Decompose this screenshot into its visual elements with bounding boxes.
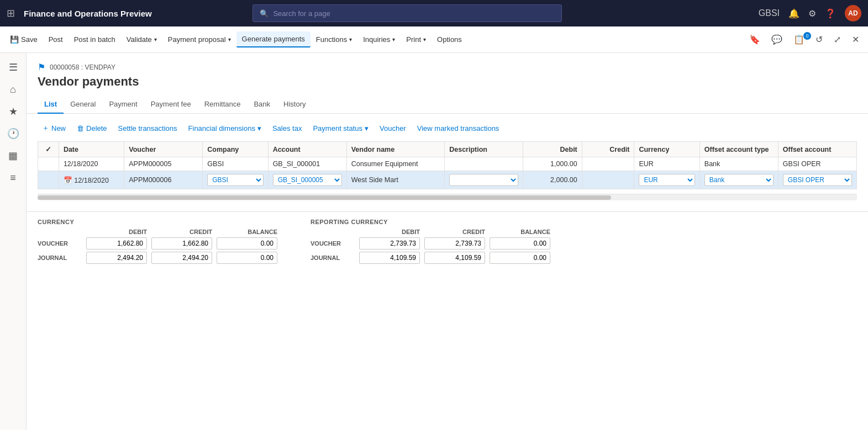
bell-icon[interactable]: 🔔 [788, 8, 799, 19]
sidebar-hamburger[interactable]: ☰ [3, 57, 23, 77]
sidebar-recent[interactable]: 🕐 [3, 124, 23, 144]
calendar-icon[interactable]: 📅 [64, 177, 72, 184]
inquiries-button[interactable]: Inquiries ▾ [357, 32, 401, 47]
search-bar[interactable]: 🔍 [252, 4, 562, 22]
row2-date: 📅 12/18/2020 [59, 171, 124, 189]
grid-icon[interactable]: ⊞ [7, 7, 15, 19]
row1-company: GBSI [203, 157, 268, 171]
currency-journal-credit[interactable] [151, 252, 212, 264]
new-button[interactable]: ＋ New [38, 120, 70, 136]
th-date[interactable]: Date [59, 142, 124, 157]
save-button[interactable]: 💾 Save [4, 32, 43, 47]
reporting-journal-credit[interactable] [424, 252, 485, 264]
reporting-voucher-debit[interactable] [359, 237, 420, 249]
financial-dimensions-button[interactable]: Financial dimensions ▾ [184, 121, 266, 135]
view-marked-button[interactable]: View marked transactions [413, 121, 504, 135]
th-offset-account[interactable]: Offset account [778, 142, 856, 157]
tab-payment[interactable]: Payment [102, 95, 144, 114]
search-input[interactable] [273, 9, 555, 18]
reporting-journal-label: JOURNAL [311, 254, 355, 261]
th-company[interactable]: Company [203, 142, 268, 157]
row2-offset-account[interactable]: GBSI OPER [778, 171, 856, 189]
tab-remittance[interactable]: Remittance [198, 95, 248, 114]
functions-button[interactable]: Functions ▾ [311, 32, 357, 47]
row2-oa-select[interactable]: GBSI OPER [783, 174, 852, 186]
th-credit[interactable]: Credit [582, 142, 634, 157]
payment-proposal-button[interactable]: Payment proposal ▾ [162, 32, 236, 47]
user-avatar[interactable]: AD [845, 5, 861, 22]
financial-dimensions-chevron: ▾ [257, 124, 261, 132]
row2-currency-select[interactable]: EUR [639, 174, 695, 186]
row2-vendor-name: West Side Mart [346, 171, 445, 189]
row2-check[interactable] [38, 171, 59, 189]
sidebar-favorites[interactable]: ★ [3, 102, 23, 121]
post-in-batch-button[interactable]: Post in batch [69, 32, 121, 47]
tab-bank[interactable]: Bank [247, 95, 277, 114]
bookmark-icon[interactable]: 🔖 [745, 31, 765, 48]
row2-company[interactable]: GBSI [203, 171, 268, 189]
reporting-voucher-balance[interactable] [490, 237, 550, 249]
currency-voucher-credit[interactable] [151, 237, 212, 249]
sidebar-modules[interactable]: ≡ [3, 168, 23, 188]
th-voucher[interactable]: Voucher [124, 142, 203, 157]
table-row[interactable]: 📅 12/18/2020 APPM000006 GBSI GB_SI_00000… [38, 171, 857, 189]
generate-payments-button[interactable]: Generate payments [236, 31, 311, 47]
currency-journal-debit[interactable] [86, 252, 147, 264]
row2-account[interactable]: GB_SI_000005 [268, 171, 346, 189]
notification-badge[interactable]: 📋 0 [789, 34, 809, 45]
th-check[interactable]: ✓ [38, 142, 59, 157]
row2-description[interactable] [445, 171, 523, 189]
row1-voucher: APPM000005 [124, 157, 203, 171]
row2-oa-type-select[interactable]: Bank [704, 174, 774, 186]
sales-tax-button[interactable]: Sales tax [268, 121, 306, 135]
row2-currency[interactable]: EUR [634, 171, 699, 189]
th-account[interactable]: Account [268, 142, 346, 157]
reporting-journal-balance[interactable] [490, 252, 550, 264]
refresh-icon[interactable]: ↺ [811, 31, 827, 48]
breadcrumb-row: ⚑ 00000058 : VENDPAY [38, 62, 857, 72]
horizontal-scrollbar[interactable] [38, 194, 857, 200]
post-button[interactable]: Post [43, 32, 69, 47]
table-header-row: ✓ Date Voucher Company Account Vendor na… [38, 142, 857, 157]
row2-account-select[interactable]: GB_SI_000005 [273, 174, 342, 186]
currency-voucher-balance[interactable] [217, 237, 277, 249]
reporting-journal-debit[interactable] [359, 252, 420, 264]
help-icon[interactable]: ❓ [825, 8, 836, 19]
th-vendor-name[interactable]: Vendor name [346, 142, 445, 157]
currency-journal-balance[interactable] [217, 252, 277, 264]
th-currency[interactable]: Currency [634, 142, 699, 157]
row2-company-select[interactable]: GBSI [207, 174, 263, 186]
row2-description-select[interactable] [449, 174, 518, 186]
sidebar-home[interactable]: ⌂ [3, 79, 23, 99]
validate-button[interactable]: Validate ▾ [121, 32, 162, 47]
tab-list[interactable]: List [38, 95, 64, 114]
table-row[interactable]: 12/18/2020 APPM000005 GBSI GB_SI_000001 … [38, 157, 857, 171]
currency-voucher-debit[interactable] [86, 237, 147, 249]
gear-icon[interactable]: ⚙ [808, 8, 816, 19]
currency-credit-header: CREDIT [151, 229, 212, 235]
filter-icon[interactable]: ⚑ [38, 62, 45, 72]
settle-transactions-button[interactable]: Settle transactions [114, 121, 182, 135]
expand-icon[interactable]: ⤢ [829, 31, 845, 48]
th-offset-account-type[interactable]: Offset account type [699, 142, 778, 157]
row1-debit: 1,000.00 [523, 157, 582, 171]
tab-payment-fee[interactable]: Payment fee [144, 95, 198, 114]
tab-history[interactable]: History [277, 95, 312, 114]
tab-general[interactable]: General [64, 95, 102, 114]
row1-credit [582, 157, 634, 171]
scrollbar-thumb[interactable] [38, 195, 611, 200]
th-debit[interactable]: Debit [523, 142, 582, 157]
reporting-voucher-credit[interactable] [424, 237, 485, 249]
row1-check[interactable] [38, 157, 59, 171]
voucher-button[interactable]: Voucher [375, 121, 411, 135]
th-description[interactable]: Description [445, 142, 523, 157]
data-table: ✓ Date Voucher Company Account Vendor na… [38, 141, 857, 189]
close-icon[interactable]: ✕ [848, 31, 864, 48]
delete-button[interactable]: 🗑 Delete [72, 121, 112, 135]
payment-status-button[interactable]: Payment status ▾ [308, 121, 373, 135]
options-button[interactable]: Options [432, 32, 467, 47]
print-button[interactable]: Print ▾ [401, 32, 432, 47]
sidebar-workspaces[interactable]: ▦ [3, 146, 23, 166]
row2-offset-account-type[interactable]: Bank [699, 171, 778, 189]
comment-icon[interactable]: 💬 [767, 31, 787, 48]
